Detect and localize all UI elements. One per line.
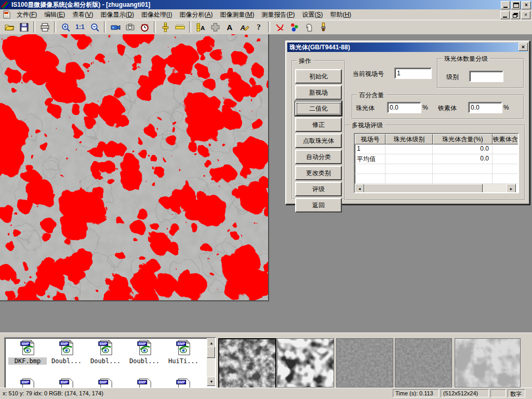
print-button[interactable] [38,21,51,33]
ferrite-percent-input[interactable] [468,102,502,113]
percent-sign: % [422,104,428,111]
micrograph-thumbnail[interactable] [395,338,452,388]
level-input[interactable] [469,71,503,82]
rate-button[interactable]: 评级 [295,182,342,196]
new-field-button[interactable]: 新视场 [295,85,342,100]
minimize-icon [503,13,507,18]
menu-file[interactable]: 文件(F) [13,9,41,20]
menu-image-process[interactable]: 图像处理(I) [138,9,176,20]
scroll-down-button[interactable]: ▼ [207,377,216,386]
text-tool-button[interactable]: A [223,21,236,33]
micrograph-thumbnail[interactable] [277,338,334,388]
maximize-button[interactable] [511,1,521,9]
help-button[interactable]: ? [252,21,265,33]
scrollbar-thumb[interactable] [207,347,215,358]
ruler-tool-button[interactable] [173,21,187,33]
toolbar-separator [154,21,156,33]
mdi-restore-button[interactable] [511,11,520,19]
minimize-icon [503,3,508,8]
scrollbar-track[interactable] [483,184,507,192]
file-item[interactable]: BMP HuiTi... [164,339,203,365]
scroll-right-icon: ► [510,187,513,191]
scroll-right-button[interactable]: ► [507,184,516,193]
return-button[interactable]: 返回 [295,198,342,212]
phase-mark-button[interactable] [287,21,301,33]
change-class-button[interactable]: 更改类别 [295,166,342,180]
brush-tool-button[interactable] [316,21,330,33]
zoom-out-button[interactable] [88,21,101,33]
actual-size-button[interactable]: 1:1 [73,21,87,33]
measure-text-button[interactable]: A [194,21,207,33]
pearlite-dialog: 珠光体(GB/T9441-88) × 操作 初始化 新视场 二值化 修正 点取珠… [285,41,530,205]
zoom-out-icon [90,22,100,32]
rating-table-header: 视场号 珠光体级别 珠光体含量(%) 铁素体含量(%) [355,134,518,144]
file-list[interactable]: BMP DKF.bmp BMP Doubl... BMP Doubl... BM… [4,337,216,389]
timer-button[interactable] [138,21,151,33]
pearlite-label: 珠光体 [356,104,375,113]
bmp-file-icon: BMP [176,339,191,356]
video-capture-button[interactable] [109,21,122,33]
micrograph-thumbnail[interactable] [218,338,276,389]
table-horizontal-scrollbar[interactable]: ◄ ► [355,184,516,192]
file-name: Doubl... [86,357,125,365]
init-button[interactable]: 初始化 [295,69,342,84]
menu-report[interactable]: 测量报告(P) [258,9,298,20]
micrograph-canvas [0,34,268,300]
dialog-close-button[interactable]: × [518,43,528,51]
file-item[interactable]: BMP Doubl... [47,339,86,365]
svg-text:BMP: BMP [178,380,185,384]
rating-table[interactable]: 视场号 珠光体级别 珠光体含量(%) 铁素体含量(%) 1 0.0 平均值 [354,133,519,193]
document-icon[interactable] [3,10,11,19]
auto-classify-button[interactable]: 自动分类 [295,150,342,164]
micrograph-thumbnail[interactable] [455,338,521,388]
ruler-icon [175,22,185,32]
table-row-empty [355,174,518,184]
caliper-icon [161,22,170,32]
menu-edit[interactable]: 编辑(E) [41,9,69,20]
mdi-minimize-button[interactable] [500,11,510,19]
pearlite-percent-input[interactable] [387,102,421,113]
open-button[interactable] [3,21,16,33]
table-row[interactable]: 1 0.0 [355,144,518,154]
camera-capture-button[interactable] [123,21,137,33]
file-list-scrollbar[interactable]: ▲ ▼ [207,338,215,386]
micrograph-image[interactable] [0,34,269,301]
mdi-close-button[interactable]: × [521,11,530,19]
file-item[interactable]: BMP DKF.bmp [8,339,47,365]
zoom-in-button[interactable] [59,21,72,33]
scrollbar-thumb[interactable] [364,184,483,193]
title-bar: IS100显微摄像系统(金相分析版) - [zhuguangti01] × [0,0,532,9]
video-camera-icon [111,22,121,32]
table-header-cell: 珠光体含量(%) [433,134,493,144]
dialog-title-bar[interactable]: 珠光体(GB/T9441-88) [287,43,528,52]
correct-button[interactable]: 修正 [295,117,342,132]
current-field-input[interactable] [394,68,432,79]
close-button[interactable]: × [522,1,531,9]
annotate-tool-button[interactable]: A [237,21,251,33]
menu-image-analysis[interactable]: 图像分析(A) [176,9,216,20]
file-item[interactable]: BMP Doubl... [125,339,164,365]
dialog-title: 珠光体(GB/T9441-88) [289,43,350,52]
merge-tool-button[interactable] [208,21,222,33]
binarize-button[interactable]: 二值化 [295,101,342,116]
svg-text:BMP: BMP [139,380,147,384]
menu-image-measure[interactable]: 图像测量(M) [216,9,258,20]
bottom-panel: BMP DKF.bmp BMP Doubl... BMP Doubl... BM… [0,332,532,388]
red-curve-icon [275,22,285,32]
menu-image-display[interactable]: 图像显示(D) [97,9,138,20]
hand-tool-button[interactable] [302,21,315,33]
menu-settings[interactable]: 设置(S) [298,9,326,20]
micrograph-thumbnail[interactable] [336,338,393,388]
scroll-left-button[interactable]: ◄ [355,184,364,193]
curve-tool-button[interactable] [273,21,286,33]
workspace: 珠光体(GB/T9441-88) × 操作 初始化 新视场 二值化 修正 点取珠… [0,34,532,332]
minimize-button[interactable] [501,1,510,9]
save-button[interactable] [17,21,31,33]
svg-text:BMP: BMP [100,380,108,384]
menu-help[interactable]: 帮助(H) [326,9,355,20]
file-item[interactable]: BMP Doubl... [86,339,125,365]
menu-view[interactable]: 查看(V) [69,9,97,20]
caliper-tool-button[interactable] [158,21,172,33]
table-row[interactable]: 平均值 0.0 [355,154,518,164]
pick-pearlite-button[interactable]: 点取珠光体 [295,134,342,148]
